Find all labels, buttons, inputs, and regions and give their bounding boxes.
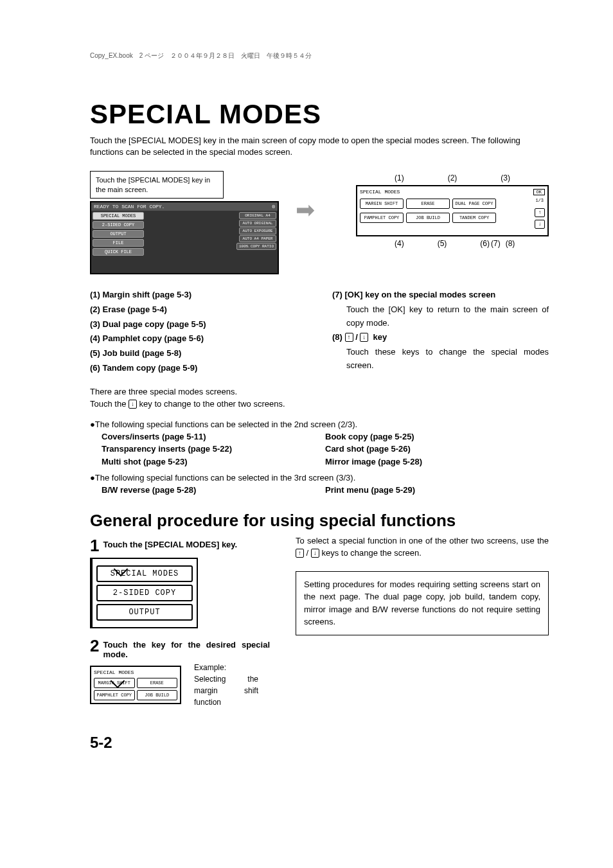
step1-text: Touch the [SPECIAL MODES] key.	[103, 537, 237, 549]
label-5: (5)	[438, 239, 447, 248]
label-1: (1)	[395, 173, 404, 182]
label-2: (2)	[448, 173, 458, 182]
note-three-screens: There are three special modes screens. T…	[90, 385, 549, 411]
ms3-erase[interactable]: ERASE	[137, 678, 178, 688]
down-arrow-key[interactable]: ↓	[535, 220, 545, 229]
down-key-icon: ↓	[360, 333, 368, 342]
subtitle: General procedure for using special func…	[90, 511, 549, 531]
item-5: (5) Job build (page 5-8)	[90, 347, 306, 360]
ms3-pamphlet[interactable]: PAMPHLET COPY	[94, 690, 135, 700]
item-8-sub: Touch these keys to change the special m…	[346, 346, 549, 373]
example-text: Example: Selecting the margin shift func…	[194, 662, 258, 708]
item-6: (6) Tandem copy (page 5-9)	[90, 362, 306, 375]
special-modes-screen: SPECIAL MODES OK 1/3 ↑ ↓ MARGIN SHIFT ER…	[356, 185, 549, 236]
up-key-icon: ↑	[345, 333, 353, 342]
screen2-right-list: Book copy (page 5-25) Card shot (page 5-…	[325, 430, 549, 468]
item-3: (3) Dual page copy (page 5-5)	[90, 318, 306, 332]
info-box: Setting procedures for modes requiring s…	[296, 571, 549, 635]
topbar-right: 0	[272, 204, 275, 209]
sm-title: SPECIAL MODES	[360, 189, 545, 195]
screen2-lead: ●The following special functions can be …	[90, 420, 549, 429]
step2-screen: SPECIAL MODES MARGIN SHIFT ERASE PAMPHLE…	[90, 666, 181, 704]
item-8: (8) ↑ / ↓ key	[332, 331, 549, 344]
step2-text: Touch the key for the desired special mo…	[103, 637, 270, 659]
proc-right-text: To select a special function in one of t…	[296, 535, 549, 560]
item-2: (2) Erase (page 5-4)	[90, 303, 306, 317]
disp-paper: AUTO A4 PAPER	[239, 235, 276, 242]
key-output[interactable]: OUTPUT	[93, 230, 144, 238]
up-arrow-key[interactable]: ↑	[535, 208, 545, 217]
item-4: (4) Pamphlet copy (page 5-6)	[90, 332, 306, 346]
disp-auto-original: AUTO ORIGINAL	[239, 220, 276, 227]
label-3: (3)	[501, 173, 510, 182]
down-key-icon: ↓	[311, 549, 319, 558]
btn-dual-page[interactable]: DUAL PAGE COPY	[452, 199, 496, 209]
intro-text: Touch the [SPECIAL MODES] key in the mai…	[90, 135, 549, 158]
callout-box: Touch the [SPECIAL MODES] key in the mai…	[90, 171, 224, 199]
ms2-output[interactable]: OUTPUT	[96, 604, 193, 621]
key-quick-file[interactable]: QUICK FILE	[93, 248, 144, 256]
ms2-2sided[interactable]: 2-SIDED COPY	[96, 585, 193, 601]
page-title: SPECIAL MODES	[90, 99, 549, 130]
step1-num: 1	[90, 537, 99, 554]
screen3-right-list: Print menu (page 5-29)	[325, 484, 549, 497]
step2-num: 2	[90, 637, 99, 654]
key-2sided[interactable]: 2-SIDED COPY	[93, 221, 144, 229]
key-special-modes[interactable]: SPECIAL MODES	[93, 212, 144, 220]
topbar-left: READY TO SCAN FOR COPY.	[94, 204, 164, 209]
main-copy-screen: READY TO SCAN FOR COPY. 0 SPECIAL MODES …	[90, 201, 279, 274]
item-7-sub: Touch the [OK] key to return to the main…	[346, 303, 549, 330]
item-7: (7) [OK] key on the special modes screen	[332, 288, 549, 302]
label-7: (7)	[491, 239, 501, 248]
label-4: (4)	[395, 239, 404, 248]
step1-screen: SPECIAL MODES 2-SIDED COPY OUTPUT	[90, 558, 198, 628]
disp-exposure: AUTO EXPOSURE	[239, 227, 276, 235]
screen3-lead: ●The following special functions can be …	[90, 473, 549, 483]
ms3-job-build[interactable]: JOB BUILD	[137, 690, 178, 700]
screen2-left-list: Covers/inserts (page 5-11) Transparency …	[102, 430, 325, 468]
btn-pamphlet[interactable]: PAMPHLET COPY	[360, 213, 404, 223]
btn-tandem[interactable]: TANDEM COPY	[452, 213, 496, 223]
arrow-icon: ➡	[292, 171, 319, 224]
disp-original: ORIGINAL A4	[239, 212, 276, 219]
btn-margin-shift[interactable]: MARGIN SHIFT	[360, 199, 404, 209]
item-1: (1) Margin shift (page 5-3)	[90, 288, 306, 302]
ok-button[interactable]: OK	[533, 189, 545, 195]
ms3-margin-shift[interactable]: MARGIN SHIFT	[94, 678, 135, 688]
ms3-title: SPECIAL MODES	[94, 669, 177, 675]
ms2-special-modes[interactable]: SPECIAL MODES	[96, 565, 193, 582]
label-6: (6)	[480, 239, 490, 248]
screen3-left-list: B/W reverse (page 5-28)	[102, 484, 325, 497]
up-key-icon: ↑	[296, 549, 304, 558]
page-number: 5-2	[90, 734, 549, 752]
page-indicator: 1/3	[535, 198, 544, 203]
key-file[interactable]: FILE	[93, 239, 144, 247]
btn-erase[interactable]: ERASE	[406, 199, 450, 209]
header-meta: Copy_EX.book 2 ページ ２００４年９月２８日 火曜日 午後９時５４…	[90, 51, 549, 60]
btn-job-build[interactable]: JOB BUILD	[406, 213, 450, 223]
disp-ratio: 100% COPY RATIO	[236, 243, 276, 250]
label-8: (8)	[506, 239, 515, 248]
down-key-icon: ↓	[129, 400, 137, 409]
